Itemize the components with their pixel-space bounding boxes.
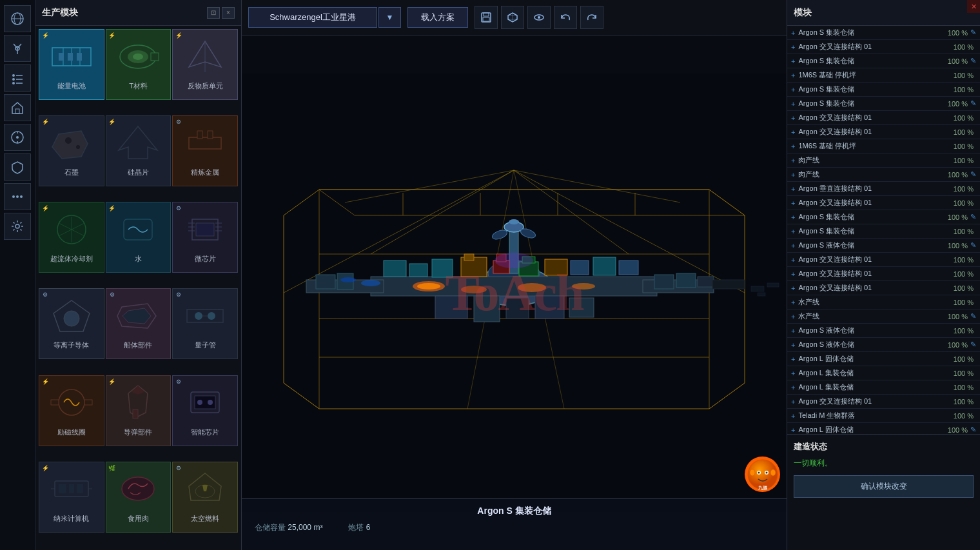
module-icon-m10 bbox=[44, 291, 99, 340]
nav-shield-icon[interactable] bbox=[4, 153, 31, 181]
module-list-name: Argon 垂直连接结构 01 bbox=[798, 184, 953, 193]
module-list-expand-icon: + bbox=[791, 86, 795, 93]
module-item-m2[interactable]: ⚡ T材料 bbox=[106, 29, 172, 100]
filter-button[interactable]: ⊡ bbox=[207, 7, 220, 19]
module-list-item[interactable]: +Argon S 液体仓储100 %✎ bbox=[787, 239, 980, 253]
close-button[interactable]: ✕ bbox=[967, 0, 980, 13]
module-list-item[interactable]: +Argon L 固体仓储100 %✎ bbox=[787, 423, 980, 434]
module-item-m11[interactable]: ⚙ 船体部件 bbox=[106, 288, 172, 359]
module-list-edit-icon[interactable]: ✎ bbox=[970, 213, 976, 221]
module-item-m10[interactable]: ⚙ 等离子导体 bbox=[39, 288, 104, 359]
nav-compass-icon[interactable] bbox=[4, 124, 31, 151]
svg-rect-136 bbox=[676, 273, 696, 288]
module-item-m16[interactable]: ⚡ 纳米计算机 bbox=[39, 462, 104, 533]
svg-rect-133 bbox=[316, 275, 335, 289]
module-list-item[interactable]: +Argon 交叉连接结构 01100 % bbox=[787, 395, 980, 409]
nav-list-icon[interactable] bbox=[4, 64, 31, 92]
cube-button[interactable] bbox=[501, 6, 524, 29]
module-item-m7[interactable]: ⚡ 超流体冷却剂 bbox=[39, 202, 104, 273]
module-list-item[interactable]: +水产线100 % bbox=[787, 295, 980, 309]
load-plan-button[interactable]: 载入方案 bbox=[407, 7, 468, 28]
module-item-m6[interactable]: ⚙ 精炼金属 bbox=[172, 115, 238, 186]
module-list-item[interactable]: +Argon S 集装仓储100 %✎ bbox=[787, 97, 980, 111]
save-button[interactable] bbox=[475, 6, 498, 29]
svg-rect-128 bbox=[435, 296, 467, 319]
module-label-m3: 反物质单元 bbox=[188, 82, 223, 90]
module-list-item[interactable]: +水产线100 %✎ bbox=[787, 309, 980, 324]
module-list-edit-icon[interactable]: ✎ bbox=[970, 426, 976, 434]
module-item-m14[interactable]: ⚡ 导弹部件 bbox=[106, 375, 172, 446]
module-list-item[interactable]: +Argon S 集装仓储100 % bbox=[787, 83, 980, 97]
module-item-m1[interactable]: ⚡ 能量电池 bbox=[39, 29, 104, 100]
module-list-item[interactable]: +1M6S 基础 停机坪100 % bbox=[787, 68, 980, 83]
module-list-item[interactable]: +1M6S 基础 停机坪100 % bbox=[787, 139, 980, 153]
module-badge-m1: ⚡ bbox=[41, 31, 50, 40]
module-list-expand-icon: + bbox=[791, 142, 795, 150]
module-label-m17: 食用肉 bbox=[128, 515, 149, 523]
module-list-item[interactable]: +Argon 交叉连接结构 01100 % bbox=[787, 111, 980, 125]
modules-close-button[interactable]: × bbox=[222, 7, 235, 19]
module-list-item[interactable]: +Argon 交叉连接结构 01100 % bbox=[787, 267, 980, 281]
module-list-edit-icon[interactable]: ✎ bbox=[970, 312, 976, 320]
module-list-edit-icon[interactable]: ✎ bbox=[970, 99, 976, 108]
module-item-m15[interactable]: ⚙ 智能芯片 bbox=[172, 375, 238, 446]
module-list-edit-icon[interactable]: ✎ bbox=[970, 57, 976, 65]
module-list-item[interactable]: +Argon S 液体仓储100 % bbox=[787, 324, 980, 338]
module-list-item[interactable]: +Argon S 集装仓储100 % bbox=[787, 224, 980, 239]
station-dropdown-button[interactable]: ▼ bbox=[378, 7, 401, 28]
module-badge-m5: ⚡ bbox=[108, 117, 117, 126]
svg-point-156 bbox=[770, 469, 776, 476]
module-list-edit-icon[interactable]: ✎ bbox=[970, 170, 976, 179]
module-list-item[interactable]: +Argon 交叉连接结构 01100 % bbox=[787, 125, 980, 139]
module-item-m13[interactable]: ⚡ 励磁线圈 bbox=[39, 375, 104, 446]
module-item-m17[interactable]: 🌿 食用肉 bbox=[106, 462, 172, 533]
svg-point-153 bbox=[758, 471, 760, 473]
module-list-item[interactable]: +Argon S 集装仓储100 %✎ bbox=[787, 54, 980, 68]
module-badge-m14: ⚡ bbox=[108, 377, 117, 386]
station-visualization bbox=[242, 35, 787, 550]
module-item-m4[interactable]: ⚡ 石墨 bbox=[39, 115, 104, 186]
nav-globe-icon[interactable] bbox=[4, 5, 31, 32]
module-list-edit-icon[interactable]: ✎ bbox=[970, 241, 976, 250]
build-status-title: 建造状态 bbox=[794, 441, 974, 453]
module-badge-m12: ⚙ bbox=[174, 290, 183, 299]
module-list-item[interactable]: +Argon S 集装仓储100 %✎ bbox=[787, 210, 980, 224]
module-list-item[interactable]: +Teladi M 生物群落100 % bbox=[787, 409, 980, 423]
module-list-item[interactable]: +Argon 交叉连接结构 01100 % bbox=[787, 253, 980, 267]
nav-settings-icon[interactable] bbox=[4, 213, 31, 240]
module-list-expand-icon: + bbox=[791, 284, 795, 292]
station-info-bar: Argon S 集装仓储 仓储容量 25,000 m³ 炮塔 6 bbox=[242, 498, 787, 550]
module-list-item[interactable]: +Argon L 集装仓储100 % bbox=[787, 380, 980, 395]
undo-button[interactable] bbox=[554, 6, 577, 29]
module-item-m3[interactable]: ⚡ 反物质单元 bbox=[172, 29, 238, 100]
module-item-m8[interactable]: ⚡ 水 bbox=[106, 202, 172, 273]
module-list-item[interactable]: +Argon 交叉连接结构 01100 % bbox=[787, 40, 980, 54]
svg-rect-70 bbox=[69, 484, 74, 493]
module-list-item[interactable]: +Argon S 集装仓储100 %✎ bbox=[787, 26, 980, 40]
eye-button[interactable] bbox=[527, 6, 551, 29]
module-item-m12[interactable]: ⚙ 量子管 bbox=[172, 288, 238, 359]
module-list-item[interactable]: +Argon 垂直连接结构 01100 % bbox=[787, 182, 980, 196]
module-list-edit-icon[interactable]: ✎ bbox=[970, 28, 976, 37]
module-list-item[interactable]: +Argon 交叉连接结构 01100 % bbox=[787, 281, 980, 295]
module-list-item[interactable]: +肉产线100 %✎ bbox=[787, 168, 980, 182]
svg-rect-25 bbox=[68, 53, 73, 61]
module-item-m9[interactable]: ⚙ 微芯片 bbox=[172, 202, 238, 273]
module-list-item[interactable]: +Argon L 固体仓储100 % bbox=[787, 352, 980, 366]
module-list-item[interactable]: +Argon L 集装仓储100 % bbox=[787, 366, 980, 380]
redo-button[interactable] bbox=[580, 6, 603, 29]
module-item-m5[interactable]: ⚡硅晶片 bbox=[106, 115, 172, 186]
module-list-item[interactable]: +肉产线100 % bbox=[787, 153, 980, 168]
module-item-m18[interactable]: ⚙ 太空燃料 bbox=[172, 462, 238, 533]
main-viewport[interactable]: ToAch Argon S 集装仓储 仓储容量 25,000 m³ 炮塔 6 bbox=[242, 35, 787, 550]
nav-more-icon[interactable] bbox=[4, 183, 31, 210]
nav-antenna-icon[interactable] bbox=[4, 35, 31, 62]
module-list-edit-icon[interactable]: ✎ bbox=[970, 340, 976, 349]
module-list-expand-icon: + bbox=[791, 228, 795, 235]
nav-home-icon[interactable] bbox=[4, 94, 31, 121]
module-list-percent: 100 % bbox=[954, 256, 974, 264]
module-list-item[interactable]: +Argon 交叉连接结构 01100 % bbox=[787, 196, 980, 210]
module-list-item[interactable]: +Argon S 液体仓储100 %✎ bbox=[787, 338, 980, 352]
module-label-m15: 智能芯片 bbox=[191, 428, 219, 437]
confirm-changes-button[interactable]: 确认模块改变 bbox=[794, 475, 974, 498]
